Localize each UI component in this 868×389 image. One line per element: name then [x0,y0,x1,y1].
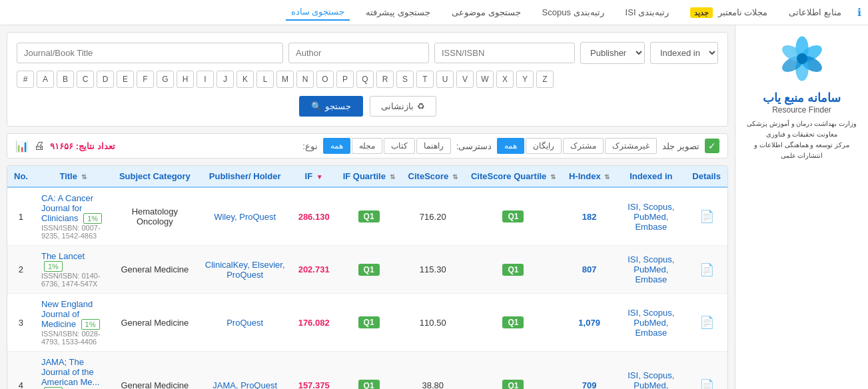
col-citeq[interactable]: CiteScore Quartile ⇅ [464,166,562,187]
alpha-btn-Y[interactable]: Y [516,71,534,88]
col-title[interactable]: Title ⇅ [35,166,111,187]
journal-title-input[interactable] [17,43,283,63]
table-header-row: No. Title ⇅ Subject Category Publisher/ … [7,166,727,187]
cell-title: JAMA; The Journal of the American Me... … [35,352,111,390]
search-icon: 🔍 [311,101,322,111]
nav-item-resources[interactable]: منابع اطلاعاتی [783,5,847,20]
alpha-btn-V[interactable]: V [456,71,474,88]
nav-item-advanced-search[interactable]: جستجوی پیشرفته [360,5,436,20]
cell-publisher: ProQuest [199,294,292,352]
filter-bar: ✓ تصویر جلد غیرمشترک مشترک رایگان همه دس… [7,133,728,159]
nav-item-subject-search[interactable]: جستجوی موضوعی [446,5,526,20]
access-filter-member[interactable]: مشترک [563,138,604,154]
alpha-btn-G[interactable]: G [157,71,174,88]
alpha-btn-H[interactable]: H [177,71,194,88]
type-filter-all[interactable]: همه [323,138,350,154]
issn-text: ISSN/ISBN: 0140-6736, 1474-547X [41,272,105,288]
cell-citeq: Q1 [464,352,562,390]
publisher-select[interactable]: Publisher [580,42,645,64]
indexed-select[interactable]: Indexed in [650,42,718,64]
cell-if: 286.130 [292,187,336,246]
cell-indexed: ISI, Scopus, PubMed, Embase [616,187,685,246]
type-label: نوع: [302,141,318,151]
reset-button[interactable]: ♻ بازنشانی [370,96,436,117]
alpha-btn-S[interactable]: S [396,71,414,88]
cell-subject: Hematology Oncology [111,187,199,246]
alpha-btn-M[interactable]: M [276,71,294,88]
cell-hindex: 709 [562,352,616,390]
cell-no: 3 [7,294,35,352]
cell-details[interactable]: 📄 [685,352,727,390]
nav-item-scopus[interactable]: رتبه‌بندی Scopus [537,5,610,20]
author-input[interactable] [288,43,429,63]
alpha-btn-W[interactable]: W [476,71,494,88]
cell-indexed: ISI, Scopus, PubMed, Embase [616,246,685,294]
cell-if: 176.082 [292,294,336,352]
alpha-btn-B[interactable]: B [57,71,74,88]
cell-hindex: 1,079 [562,294,616,352]
alpha-btn-Q[interactable]: Q [356,71,374,88]
access-filter-all[interactable]: همه [497,138,524,154]
nav-item-isi[interactable]: رتبه‌بندی ISI [620,5,675,20]
export-icon-button[interactable]: 📊 [15,140,29,153]
cell-no: 4 [7,352,35,390]
alpha-btn-U[interactable]: U [436,71,454,88]
alpha-btn-K[interactable]: K [236,71,254,88]
cell-if: 202.731 [292,246,336,294]
col-citescore[interactable]: CiteScore ⇅ [402,166,464,187]
cell-subject: General Medicine [111,246,199,294]
table-row: 4 JAMA; The Journal of the American Me..… [7,352,727,390]
org-text: وزارت بهداشت درمان و آموزش پزشکی معاونت … [742,119,861,161]
nav-item-simple-search[interactable]: جستجوی ساده [286,4,350,21]
type-filter-guide[interactable]: راهنما [416,138,451,154]
cell-details[interactable]: 📄 [685,246,727,294]
alpha-btn-P[interactable]: P [336,71,354,88]
col-hindex[interactable]: H-Index ⇅ [562,166,616,187]
cell-ifq: Q1 [336,352,402,390]
title-link[interactable]: JAMA; The Journal of the American Me... [41,357,99,387]
alpha-btn-#[interactable]: # [17,71,34,88]
cover-label: تصویر جلد [662,141,699,151]
alpha-btn-T[interactable]: T [416,71,434,88]
alpha-btn-N[interactable]: N [296,71,314,88]
title-link[interactable]: The Lancet [41,251,85,261]
alphabet-filter: #ABCDEFGHIJKLMNOPQRSTUVWXYZ [17,71,718,88]
alpha-btn-F[interactable]: F [137,71,154,88]
cell-citescore: 110.50 [402,294,464,352]
results-table: No. Title ⇅ Subject Category Publisher/ … [7,166,727,389]
cell-publisher: ClinicalKey, Elsevier, ProQuest [199,246,292,294]
alpha-btn-C[interactable]: C [77,71,94,88]
cell-ifq: Q1 [336,246,402,294]
type-filter-journal[interactable]: مجله [352,138,382,154]
access-label: دسترسی: [456,141,492,151]
cell-no: 1 [7,187,35,246]
alpha-btn-L[interactable]: L [256,71,274,88]
access-filter-free[interactable]: رایگان [526,138,562,154]
table-row: 3 New England Journal of Medicine 1% ISS… [7,294,727,352]
col-ifq[interactable]: IF Quartile ⇅ [336,166,402,187]
cell-title: New England Journal of Medicine 1% ISSN/… [35,294,111,352]
search-button[interactable]: 🔍 جستجو [299,96,363,117]
nav-item-invalid-journals[interactable]: مجلات نامعتبر جدید [685,5,773,20]
alpha-btn-X[interactable]: X [496,71,514,88]
col-indexed: Indexed in [616,166,685,187]
apply-filter-button[interactable]: ✓ [705,139,719,153]
alpha-btn-I[interactable]: I [197,71,214,88]
cell-subject: General Medicine [111,294,199,352]
cell-details[interactable]: 📄 [685,187,727,246]
result-count: تعداد نتایج: ۹۱۶۵۶ [50,141,115,151]
print-icon-button[interactable]: 🖨 [34,140,45,152]
alpha-btn-Z[interactable]: Z [536,71,554,88]
cell-details[interactable]: 📄 [685,294,727,352]
alpha-btn-O[interactable]: O [316,71,334,88]
alpha-btn-D[interactable]: D [97,71,114,88]
alpha-btn-J[interactable]: J [217,71,234,88]
type-filter-book[interactable]: کتاب [384,138,415,154]
col-if[interactable]: IF ▼ [292,166,336,187]
issn-input[interactable] [434,43,575,63]
access-filter-nonmember[interactable]: غیرمشترک [605,138,657,154]
alpha-btn-E[interactable]: E [117,71,134,88]
alpha-btn-A[interactable]: A [37,71,54,88]
issn-text: ISSN/ISBN: 0007-9235, 1542-4863 [41,224,105,240]
alpha-btn-R[interactable]: R [376,71,394,88]
